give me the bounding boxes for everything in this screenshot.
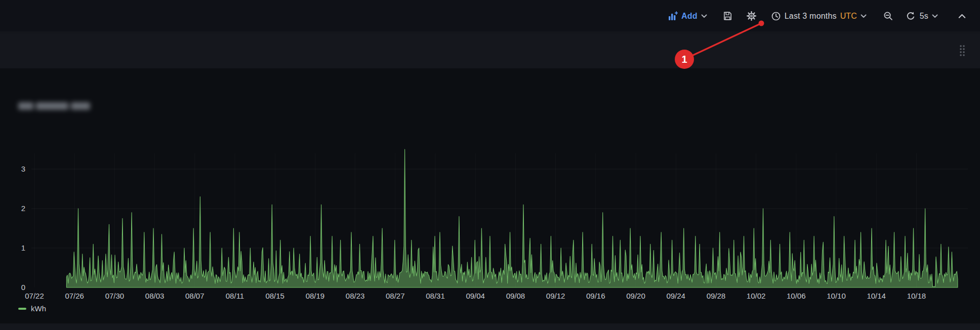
svg-text:0: 0: [21, 283, 25, 292]
panel-header-row: [0, 33, 980, 68]
dashboard-settings-button[interactable]: [743, 8, 760, 24]
svg-text:08/23: 08/23: [346, 292, 365, 300]
svg-text:2: 2: [21, 204, 25, 213]
timezone-label: UTC: [840, 12, 857, 20]
svg-text:09/24: 09/24: [666, 292, 685, 300]
svg-text:3: 3: [21, 164, 25, 173]
timeseries-panel: 012307/2207/2607/3008/0308/0708/1108/150…: [0, 68, 980, 323]
add-button[interactable]: Add: [665, 8, 710, 24]
chevron-down-icon: [701, 14, 707, 18]
svg-text:08/03: 08/03: [145, 292, 165, 300]
svg-text:10/06: 10/06: [787, 292, 806, 300]
svg-text:09/12: 09/12: [546, 292, 565, 300]
chart-legend[interactable]: kWh: [18, 304, 46, 313]
save-dashboard-button[interactable]: [719, 8, 736, 24]
time-range-picker[interactable]: Last 3 months UTC: [768, 8, 870, 24]
save-icon: [722, 11, 733, 21]
legend-label: kWh: [31, 304, 46, 313]
legend-color-swatch: [18, 308, 26, 310]
refresh-interval-picker[interactable]: 5s: [918, 9, 940, 23]
svg-text:09/04: 09/04: [466, 292, 485, 300]
svg-text:08/31: 08/31: [426, 292, 445, 300]
refresh-controls: 5s: [904, 8, 940, 24]
clock-icon: [771, 11, 781, 21]
add-panel-icon: [668, 11, 678, 21]
svg-text:07/26: 07/26: [65, 292, 84, 300]
svg-text:09/08: 09/08: [506, 292, 525, 300]
chevron-down-icon: [932, 14, 938, 18]
svg-text:10/14: 10/14: [867, 292, 886, 300]
add-button-label: Add: [681, 12, 698, 20]
svg-text:07/30: 07/30: [105, 292, 125, 300]
svg-text:09/28: 09/28: [707, 292, 726, 300]
collapse-toolbar-button[interactable]: [955, 11, 969, 22]
svg-text:10/18: 10/18: [907, 292, 926, 300]
svg-text:09/16: 09/16: [586, 292, 605, 300]
next-panel-edge: [0, 323, 980, 330]
dashboard-toolbar: Add: [0, 0, 980, 32]
svg-text:10/10: 10/10: [827, 292, 846, 300]
grafana-dashboard: Add: [0, 0, 980, 330]
svg-text:1: 1: [21, 243, 25, 252]
kwh-timeseries-chart[interactable]: 012307/2207/2607/3008/0308/0708/1108/150…: [0, 68, 980, 323]
chevron-down-icon: [861, 14, 867, 18]
svg-text:07/22: 07/22: [25, 292, 44, 300]
zoom-out-icon: [883, 11, 893, 21]
svg-text:10/02: 10/02: [747, 292, 766, 300]
svg-text:08/19: 08/19: [306, 292, 325, 300]
svg-text:08/11: 08/11: [226, 292, 244, 300]
svg-text:09/20: 09/20: [626, 292, 645, 300]
gear-icon: [746, 11, 757, 21]
svg-text:08/07: 08/07: [185, 292, 205, 300]
chevron-up-icon: [958, 14, 966, 19]
refresh-interval-label: 5s: [920, 12, 928, 20]
time-range-label: Last 3 months: [785, 12, 837, 20]
zoom-out-button[interactable]: [880, 8, 896, 24]
svg-text:08/15: 08/15: [265, 292, 284, 300]
svg-text:08/27: 08/27: [386, 292, 405, 300]
refresh-icon: [906, 11, 916, 21]
refresh-button[interactable]: [904, 8, 918, 24]
panel-drag-handle-icon[interactable]: [959, 44, 966, 59]
